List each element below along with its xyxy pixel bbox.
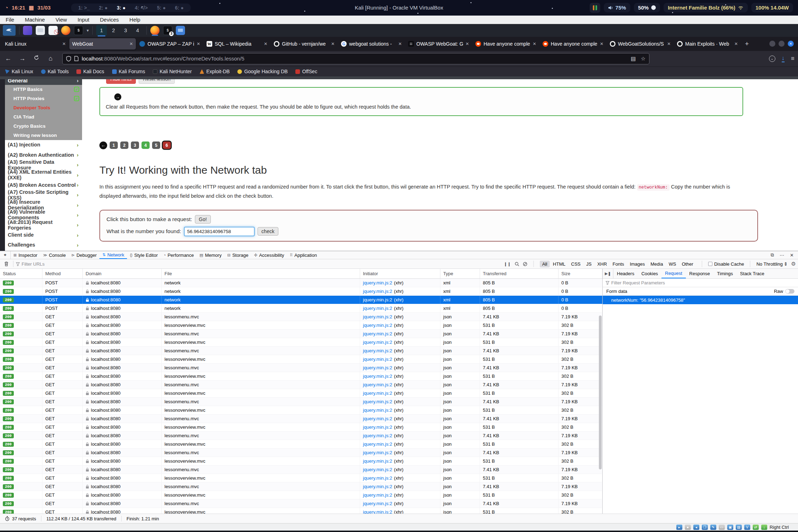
initiator-link[interactable]: jquery.min.js:2: [363, 458, 392, 464]
chevron-down-icon[interactable]: ▾: [87, 28, 89, 33]
firefox-launcher-icon[interactable]: [61, 26, 70, 35]
initiator-link[interactable]: jquery.min.js:2: [363, 357, 392, 362]
reload-button[interactable]: [32, 55, 41, 62]
initiator-link[interactable]: jquery.min.js:2: [363, 509, 392, 514]
network-request-row[interactable]: 200 GET localhost:8080 lessonmenu.mvc jq…: [0, 381, 602, 389]
check-button[interactable]: check: [258, 227, 278, 236]
display-icon[interactable]: ▣: [727, 525, 733, 530]
browser-tab[interactable]: OWASP WebGoat: G ✕: [405, 38, 472, 50]
initiator-link[interactable]: jquery.min.js:2: [363, 492, 392, 498]
column-header[interactable]: Type: [440, 269, 480, 278]
app-launcher-icon[interactable]: [23, 26, 32, 35]
network-request-row[interactable]: 200 POST localhost:8080 network jquery.m…: [0, 287, 602, 296]
sidebar-category-item[interactable]: (A2) Broken Authentication ›: [5, 150, 82, 160]
sidebar-category-item[interactable]: (A3) Sensitive Data Exposure ›: [5, 160, 82, 170]
menubar-item[interactable]: File: [6, 17, 14, 23]
column-header[interactable]: Initiator: [360, 269, 440, 278]
initiator-link[interactable]: jquery.min.js:2: [363, 416, 392, 421]
battery-indicator[interactable]: 100% 14.04W: [751, 3, 793, 12]
tab-close-icon[interactable]: ✕: [466, 41, 469, 46]
network-request-row[interactable]: 200 GET localhost:8080 lessonoverview.mv…: [0, 321, 602, 330]
request-tab-timings[interactable]: Timings: [713, 269, 736, 278]
network-request-row[interactable]: 200 POST localhost:8080 network jquery.m…: [0, 296, 602, 304]
folder-window-button[interactable]: [176, 26, 185, 35]
shared-folders-icon[interactable]: ▭: [719, 525, 725, 530]
clear-requests-icon[interactable]: [4, 261, 8, 266]
sidebar-category-item[interactable]: (A8) Insecure Deserialization ›: [5, 200, 82, 210]
bookmark-star-icon[interactable]: ☆: [641, 56, 646, 62]
network-request-row[interactable]: 200 GET localhost:8080 lessonoverview.mv…: [0, 491, 602, 499]
initiator-link[interactable]: jquery.min.js:2: [363, 501, 392, 506]
column-header[interactable]: Method: [42, 269, 83, 278]
tab-close-icon[interactable]: ✕: [264, 41, 267, 46]
devtools-menu-icon[interactable]: ⋯: [780, 253, 784, 258]
form-data-param-row[interactable]: networkNum: "56.96423814096758": [603, 296, 798, 304]
kali-menu-button[interactable]: [3, 25, 16, 36]
browser-tab[interactable]: W SQL – Wikipedia ✕: [204, 38, 270, 50]
page-info-icon[interactable]: [74, 56, 79, 61]
initiator-link[interactable]: jquery.min.js:2: [363, 374, 392, 379]
network-request-row[interactable]: 200 GET localhost:8080 lessonoverview.mv…: [0, 372, 602, 381]
bookmark-item[interactable]: Google Hacking DB: [237, 69, 288, 74]
pick-element-icon[interactable]: ⌖: [0, 251, 11, 259]
initiator-link[interactable]: jquery.min.js:2: [363, 280, 392, 285]
reader-mode-icon[interactable]: ▤: [631, 56, 636, 62]
network-request-row[interactable]: 200 GET localhost:8080 lessonoverview.mv…: [0, 508, 602, 514]
sidebar-lesson-item[interactable]: HTTP Basics ✓: [5, 85, 82, 94]
usb-icon[interactable]: ✎: [710, 525, 716, 530]
home-button[interactable]: ⌂: [46, 55, 55, 62]
network-request-row[interactable]: 200 GET localhost:8080 lessonoverview.mv…: [0, 440, 602, 449]
back-button[interactable]: ←: [4, 55, 13, 62]
text-editor-icon[interactable]: [48, 26, 58, 35]
taskbar-workspace-button[interactable]: 4: [132, 25, 143, 36]
table-scrollbar[interactable]: [599, 316, 602, 469]
tab-close-icon[interactable]: ✕: [734, 41, 738, 46]
bookmark-item[interactable]: Kali Linux: [5, 69, 33, 74]
devtools-tab-debugger[interactable]: ⊳ Debugger: [69, 251, 99, 259]
sidebar-category-item[interactable]: Client side ›: [5, 230, 82, 240]
type-filter-chip[interactable]: WS: [666, 261, 678, 267]
filter-urls-input[interactable]: [22, 261, 99, 267]
tab-close-icon[interactable]: ✕: [331, 41, 335, 46]
block-requests-icon[interactable]: [523, 262, 527, 266]
network-request-row[interactable]: 200 GET localhost:8080 lessonmenu.mvc jq…: [0, 482, 602, 491]
menubar-item[interactable]: Help: [129, 17, 140, 23]
sidebar-category-item[interactable]: (A1) Injection ›: [5, 140, 82, 150]
type-filter-chip[interactable]: JS: [584, 261, 594, 267]
raw-toggle[interactable]: [785, 289, 794, 294]
pause-log-icon[interactable]: ❙❙: [504, 262, 511, 266]
form-data-section-label[interactable]: Form data: [606, 289, 627, 294]
sidebar-lesson-item[interactable]: Writing new lesson ✓: [5, 131, 82, 140]
downloads-icon[interactable]: ↓: [782, 55, 785, 62]
initiator-link[interactable]: jquery.min.js:2: [363, 391, 392, 396]
initiator-link[interactable]: jquery.min.js:2: [363, 441, 392, 447]
browser-tab[interactable]: G webgoat solutions - ✕: [338, 38, 405, 50]
workspace-switcher[interactable]: 1: >_2: ●3: ●4: </>5: ●6: ●: [71, 4, 191, 12]
network-request-row[interactable]: 200 POST localhost:8080 network jquery.m…: [0, 304, 602, 313]
type-filter-chip[interactable]: CSS: [569, 261, 583, 267]
type-filter-chip[interactable]: All: [540, 261, 550, 267]
network-request-row[interactable]: 200 GET localhost:8080 lessonoverview.mv…: [0, 338, 602, 347]
network-request-row[interactable]: 200 GET localhost:8080 lessonoverview.mv…: [0, 423, 602, 432]
taskbar-workspace-button[interactable]: 1: [96, 25, 107, 36]
workspace-indicator[interactable]: 1: >_: [78, 5, 89, 11]
mouse-integration-icon[interactable]: ⇄: [753, 525, 759, 530]
column-header[interactable]: Size: [559, 269, 602, 278]
brightness-indicator[interactable]: 50%: [634, 3, 660, 12]
devtools-tab-memory[interactable]: ▤ Memory: [197, 251, 224, 259]
page-number-button[interactable]: 2: [120, 141, 128, 149]
panel-date[interactable]: 31/03: [37, 5, 51, 11]
initiator-link[interactable]: jquery.min.js:2: [363, 289, 392, 294]
maximize-button[interactable]: [779, 41, 785, 47]
close-window-button[interactable]: ✕: [788, 41, 794, 47]
initiator-link[interactable]: jquery.min.js:2: [363, 484, 392, 489]
forward-button[interactable]: →: [18, 55, 27, 62]
devtools-tab-style-editor[interactable]: {} Style Editor: [127, 251, 161, 259]
page-number-button[interactable]: 1: [110, 141, 118, 149]
network-request-row[interactable]: 200 GET localhost:8080 lessonmenu.mvc jq…: [0, 347, 602, 355]
sidebar-lesson-item[interactable]: CIA Triad ✓: [5, 112, 82, 122]
collapse-panel-icon[interactable]: ▶❚: [603, 269, 613, 278]
initiator-link[interactable]: jquery.min.js:2: [363, 382, 392, 387]
tab-close-icon[interactable]: ✕: [197, 41, 200, 46]
request-tab-response[interactable]: Response: [686, 269, 714, 278]
